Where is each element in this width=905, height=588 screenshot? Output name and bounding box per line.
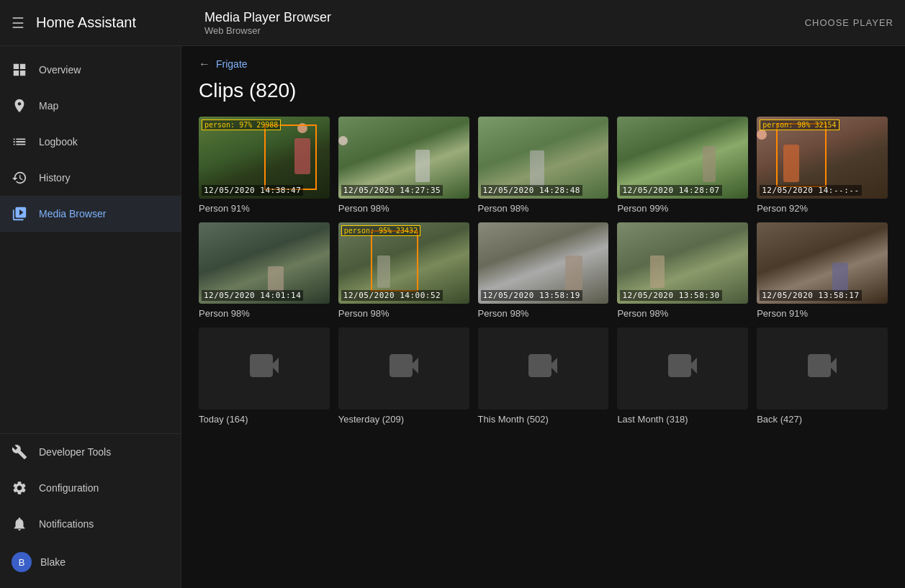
clip-label: Person 98%	[199, 308, 330, 319]
sidebar-item-label-media-browser: Media Browser	[39, 208, 106, 220]
sidebar: Overview Map Logbook History	[0, 46, 181, 588]
sidebar-item-logbook[interactable]: Logbook	[0, 124, 181, 160]
notifications-icon	[12, 516, 27, 532]
menu-icon[interactable]: ☰	[12, 14, 24, 32]
sidebar-item-map[interactable]: Map	[0, 88, 181, 124]
clip-label: Person 91%	[199, 203, 330, 214]
media-browser-icon	[12, 206, 27, 222]
folder-label: Today (164)	[199, 414, 330, 425]
developer-tools-icon	[12, 444, 27, 460]
folder-thumbnail[interactable]	[757, 327, 888, 410]
user-avatar: B	[12, 552, 32, 572]
main-layout: Overview Map Logbook History	[0, 46, 905, 588]
timestamp: 12/05/2020 13:58:17	[760, 290, 861, 301]
detection-label: person: 98% 32154	[760, 119, 839, 130]
page-title: Clips (820)	[199, 79, 888, 102]
folder-label: Back (427)	[757, 414, 888, 425]
media-item[interactable]: 12/05/2020 14:27:35 Person 98%	[338, 117, 469, 214]
sidebar-item-overview[interactable]: Overview	[0, 52, 181, 88]
media-folder-today[interactable]: Today (164)	[199, 327, 330, 425]
media-item[interactable]: 12/05/2020 14:28:07 Person 99%	[617, 117, 748, 214]
video-camera-icon	[247, 348, 282, 389]
video-camera-icon	[526, 348, 560, 389]
media-item[interactable]: person: 97% 29988 12/05/2020 14:38:47 Pe…	[199, 117, 330, 214]
sidebar-user[interactable]: B Blake	[0, 542, 181, 582]
media-thumbnail[interactable]: 12/05/2020 13:58:17	[757, 222, 888, 304]
timestamp: 12/05/2020 14:--:--	[760, 185, 861, 196]
sidebar-item-developer-tools[interactable]: Developer Tools	[0, 434, 181, 470]
folder-label: Last Month (318)	[617, 414, 748, 425]
folder-label: This Month (502)	[478, 414, 609, 425]
timestamp: 12/05/2020 14:27:35	[341, 185, 443, 196]
clip-label: Person 98%	[478, 308, 609, 319]
user-name: Blake	[40, 556, 66, 568]
media-item[interactable]: 12/05/2020 13:58:17 Person 91%	[757, 222, 888, 320]
media-item[interactable]: 12/05/2020 14:01:14 Person 98%	[199, 222, 330, 320]
configuration-icon	[12, 480, 27, 496]
media-thumbnail[interactable]: 12/05/2020 14:27:35	[338, 117, 469, 199]
media-thumbnail[interactable]: 12/05/2020 14:01:14	[199, 222, 330, 304]
clip-label: Person 98%	[338, 203, 469, 214]
topbar: ☰ Home Assistant Media Player Browser We…	[0, 0, 905, 46]
sidebar-item-label-notifications: Notifications	[39, 518, 94, 530]
sidebar-item-label-history: History	[39, 172, 71, 184]
timestamp: 12/05/2020 13:58:19	[481, 290, 582, 301]
topbar-center: Media Player Browser Web Browser	[193, 10, 805, 36]
media-item[interactable]: 12/05/2020 13:58:30 Person 98%	[617, 222, 748, 320]
timestamp: 12/05/2020 14:28:48	[481, 185, 582, 196]
overview-icon	[12, 62, 27, 78]
media-thumbnail[interactable]: person: 97% 29988 12/05/2020 14:38:47	[199, 117, 330, 199]
timestamp: 12/05/2020 14:01:14	[202, 290, 303, 301]
media-item[interactable]: person: 98% 32154 12/05/2020 14:--:-- Pe…	[757, 117, 888, 214]
folder-thumbnail[interactable]	[338, 327, 469, 410]
media-thumbnail[interactable]: 12/05/2020 13:58:19	[478, 222, 609, 304]
folder-thumbnail[interactable]	[199, 327, 330, 410]
timestamp: 12/05/2020 14:00:52	[341, 290, 443, 301]
media-folder-back[interactable]: Back (427)	[757, 327, 888, 425]
media-thumbnail[interactable]: person: 95% 23432 12/05/2020 14:00:52	[338, 222, 469, 304]
media-folder-last-month[interactable]: Last Month (318)	[617, 327, 748, 425]
sidebar-nav-section: Overview Map Logbook History	[0, 52, 181, 433]
breadcrumb-link[interactable]: Frigate	[216, 58, 248, 70]
map-icon	[12, 98, 27, 114]
media-thumbnail[interactable]: person: 98% 32154 12/05/2020 14:--:--	[757, 117, 888, 199]
folder-thumbnail[interactable]	[478, 327, 609, 410]
clip-label: Person 98%	[338, 308, 469, 319]
content-area: ← Frigate Clips (820) person: 97% 29988 …	[181, 46, 905, 588]
sidebar-item-history[interactable]: History	[0, 160, 181, 196]
logbook-icon	[12, 134, 27, 150]
media-item[interactable]: person: 95% 23432 12/05/2020 14:00:52 Pe…	[338, 222, 469, 320]
media-thumbnail[interactable]: 12/05/2020 14:28:07	[617, 117, 748, 199]
sidebar-item-label-map: Map	[39, 100, 58, 112]
back-arrow-icon: ←	[199, 58, 210, 71]
clip-label: Person 99%	[617, 203, 748, 214]
detection-label: person: 97% 29988	[202, 119, 281, 130]
sidebar-item-label-logbook: Logbook	[39, 136, 78, 148]
media-item[interactable]: 12/05/2020 13:58:19 Person 98%	[478, 222, 609, 320]
media-folder-yesterday[interactable]: Yesterday (209)	[338, 327, 469, 425]
clip-label: Person 98%	[478, 203, 609, 214]
history-icon	[12, 170, 27, 186]
choose-player-button[interactable]: CHOOSE PLAYER	[805, 17, 893, 28]
breadcrumb[interactable]: ← Frigate	[199, 58, 888, 71]
clip-label: Person 92%	[757, 203, 888, 214]
folder-thumbnail[interactable]	[617, 327, 748, 410]
media-grid: person: 97% 29988 12/05/2020 14:38:47 Pe…	[199, 117, 888, 425]
sidebar-item-media-browser[interactable]: Media Browser	[0, 196, 181, 232]
sidebar-bottom: Developer Tools Configuration Notificati…	[0, 433, 181, 588]
timestamp: 12/05/2020 14:28:07	[620, 185, 721, 196]
media-item[interactable]: 12/05/2020 14:28:48 Person 98%	[478, 117, 609, 214]
page-sub-title: Web Browser	[204, 25, 805, 36]
page-main-title: Media Player Browser	[204, 10, 805, 25]
media-folder-this-month[interactable]: This Month (502)	[478, 327, 609, 425]
app-title: Home Assistant	[36, 14, 136, 31]
media-thumbnail[interactable]: 12/05/2020 13:58:30	[617, 222, 748, 304]
timestamp: 12/05/2020 14:38:47	[202, 185, 303, 196]
sidebar-item-configuration[interactable]: Configuration	[0, 470, 181, 506]
clip-label: Person 98%	[617, 308, 748, 319]
sidebar-item-label-developer-tools: Developer Tools	[39, 446, 111, 458]
media-thumbnail[interactable]: 12/05/2020 14:28:48	[478, 117, 609, 199]
sidebar-item-label-overview: Overview	[39, 64, 81, 76]
video-camera-icon	[665, 348, 700, 389]
sidebar-item-notifications[interactable]: Notifications	[0, 506, 181, 542]
